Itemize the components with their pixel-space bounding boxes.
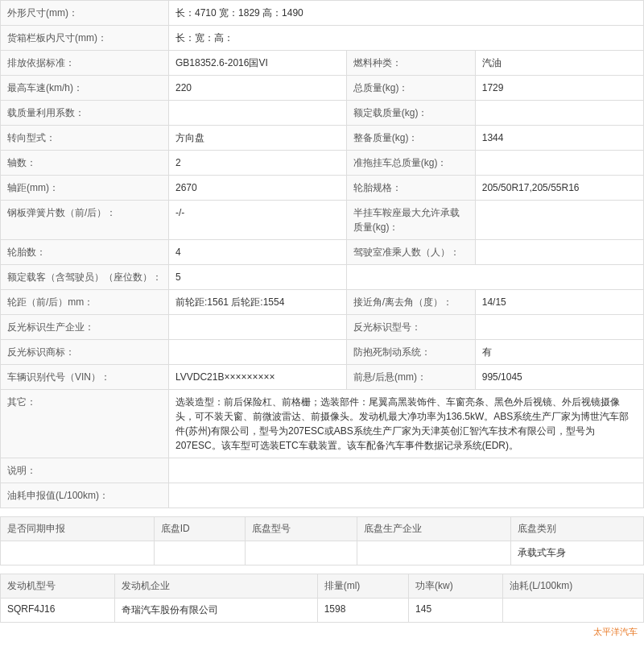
spec-label-2: 排放依据标准： xyxy=(1,51,169,76)
spec-value-16 xyxy=(169,458,644,483)
spec-rvalue-4 xyxy=(475,101,643,126)
spec-rvalue-12 xyxy=(475,315,643,340)
spec-label-8: 钢板弹簧片数（前/后）： xyxy=(1,201,169,240)
spec-rlabel-7: 轮胎规格： xyxy=(346,176,475,201)
footer-logo: 太平洋汽车 xyxy=(0,623,644,641)
spec-value-11: 前轮距:1561 后轮距:1554 xyxy=(169,290,347,315)
chassis-cell: 承载式车身 xyxy=(511,541,644,566)
spec-rvalue-5: 1344 xyxy=(475,126,643,151)
spec-table: 外形尺寸(mm)：长：4710 宽：1829 高：1490货箱栏板内尺寸(mm)… xyxy=(0,0,644,508)
spec-rvalue-14: 995/1045 xyxy=(475,365,643,390)
spec-label-9: 轮胎数： xyxy=(1,240,169,265)
spec-label-15: 其它： xyxy=(1,390,169,458)
chassis-cell xyxy=(357,541,511,566)
spec-rlabel-4: 额定载质量(kg)： xyxy=(346,101,475,126)
spec-value-17 xyxy=(169,483,644,508)
spec-rlabel-3: 总质量(kg)： xyxy=(346,76,475,101)
chassis-table: 是否同期申报底盘ID底盘型号底盘生产企业底盘类别 承载式车身 xyxy=(0,516,644,566)
spec-value-6: 2 xyxy=(169,151,347,176)
spec-rvalue-9 xyxy=(475,240,643,265)
engine-cell: 1598 xyxy=(317,599,408,623)
spec-rvalue-3: 1729 xyxy=(475,76,643,101)
engine-table: 发动机型号发动机企业排量(ml)功率(kw)油耗(L/100km) SQRF4J… xyxy=(0,574,644,623)
chassis-cell xyxy=(1,541,155,566)
spec-label-10: 额定载客（含驾驶员）（座位数）： xyxy=(1,265,169,290)
spec-value-10: 5 xyxy=(169,265,347,290)
engine-header: 油耗(L/100km) xyxy=(503,574,644,599)
spec-value-13 xyxy=(169,340,347,365)
spec-label-12: 反光标识生产企业： xyxy=(1,315,169,340)
spec-label-1: 货箱栏板内尺寸(mm)： xyxy=(1,26,169,51)
spec-value-4 xyxy=(169,101,347,126)
spec-rlabel-5: 整备质量(kg)： xyxy=(346,126,475,151)
spec-label-6: 轴数： xyxy=(1,151,169,176)
spec-rlabel-2: 燃料种类： xyxy=(346,51,475,76)
spec-value-2: GB18352.6-2016国VI xyxy=(169,51,347,76)
spec-label-11: 轮距（前/后）mm： xyxy=(1,290,169,315)
spec-value-1: 长：宽：高： xyxy=(169,26,644,51)
spec-value-15: 选装造型：前后保险杠、前格栅；选装部件：尾翼高黑装饰件、车窗亮条、黑色外后视镜、… xyxy=(169,390,644,458)
engine-cell: 奇瑞汽车股份有限公司 xyxy=(114,599,317,623)
spec-label-13: 反光标识商标： xyxy=(1,340,169,365)
spec-value-8: -/- xyxy=(169,201,347,240)
chassis-header: 底盘型号 xyxy=(246,517,357,541)
spec-label-3: 最高车速(km/h)： xyxy=(1,76,169,101)
spec-rvalue-7: 205/50R17,205/55R16 xyxy=(475,176,643,201)
spec-label-17: 油耗申报值(L/100km)： xyxy=(1,483,169,508)
engine-header: 发动机企业 xyxy=(114,574,317,599)
spec-label-16: 说明： xyxy=(1,458,169,483)
spec-label-14: 车辆识别代号（VIN）： xyxy=(1,365,169,390)
engine-header: 排量(ml) xyxy=(317,574,408,599)
spec-value-12 xyxy=(169,315,347,340)
spec-value-14: LVVDC21B××××××××× xyxy=(169,365,347,390)
spec-label-5: 转向型式： xyxy=(1,126,169,151)
spec-rlabel-13: 防抱死制动系统： xyxy=(346,340,475,365)
spec-value-3: 220 xyxy=(169,76,347,101)
spec-label-7: 轴距(mm)： xyxy=(1,176,169,201)
spec-rlabel-12: 反光标识型号： xyxy=(346,315,475,340)
engine-cell: 145 xyxy=(409,599,503,623)
spec-value-0: 长：4710 宽：1829 高：1490 xyxy=(169,1,644,26)
engine-cell xyxy=(503,599,644,623)
chassis-cell xyxy=(246,541,357,566)
spec-rvalue-13: 有 xyxy=(475,340,643,365)
spec-value-9: 4 xyxy=(169,240,347,265)
spec-rlabel-8: 半挂车鞍座最大允许承载质量(kg)： xyxy=(346,201,475,240)
spec-rlabel-14: 前悬/后悬(mm)： xyxy=(346,365,475,390)
spec-value-7: 2670 xyxy=(169,176,347,201)
spec-rvalue-8 xyxy=(475,201,643,240)
spec-rlabel-11: 接近角/离去角（度）： xyxy=(346,290,475,315)
chassis-header: 是否同期申报 xyxy=(1,517,155,541)
engine-header: 发动机型号 xyxy=(1,574,115,599)
chassis-header: 底盘生产企业 xyxy=(357,517,511,541)
spec-rvalue-11: 14/15 xyxy=(475,290,643,315)
spec-rlabel-6: 准拖挂车总质量(kg)： xyxy=(346,151,475,176)
spec-rvalue-6 xyxy=(475,151,643,176)
spec-rlabel-9: 驾驶室准乘人数（人）： xyxy=(346,240,475,265)
spec-empty-10 xyxy=(346,265,643,290)
spec-label-0: 外形尺寸(mm)： xyxy=(1,1,169,26)
spec-rvalue-2: 汽油 xyxy=(475,51,643,76)
engine-header: 功率(kw) xyxy=(409,574,503,599)
engine-cell: SQRF4J16 xyxy=(1,599,115,623)
chassis-cell xyxy=(154,541,246,566)
chassis-header: 底盘ID xyxy=(154,517,246,541)
chassis-header: 底盘类别 xyxy=(511,517,644,541)
spec-label-4: 载质量利用系数： xyxy=(1,101,169,126)
spec-value-5: 方向盘 xyxy=(169,126,347,151)
